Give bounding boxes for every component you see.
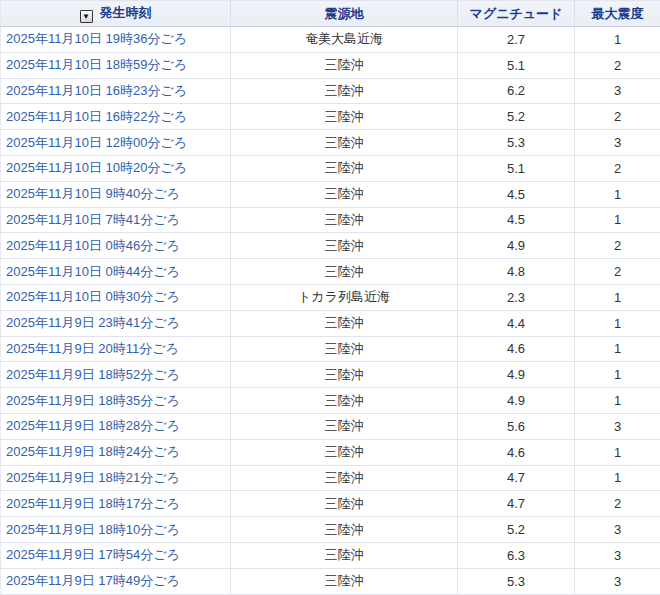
magnitude-cell: 4.8 xyxy=(458,259,575,285)
table-row: 2025年11月10日 18時59分ごろ 三陸沖 5.1 2 xyxy=(1,52,660,78)
table-row: 2025年11月9日 23時41分ごろ 三陸沖 4.4 1 xyxy=(1,310,660,336)
table-row: 2025年11月9日 18時17分ごろ 三陸沖 4.7 2 xyxy=(1,491,660,517)
epicenter-cell: 奄美大島近海 xyxy=(231,27,458,53)
intensity-cell: 2 xyxy=(575,233,660,259)
intensity-cell: 3 xyxy=(575,413,660,439)
magnitude-cell: 4.9 xyxy=(458,362,575,388)
epicenter-cell: 三陸沖 xyxy=(231,233,458,259)
epicenter-cell: 三陸沖 xyxy=(231,130,458,156)
time-link[interactable]: 2025年11月10日 0時44分ごろ xyxy=(6,264,180,279)
epicenter-cell: 三陸沖 xyxy=(231,362,458,388)
magnitude-cell: 4.6 xyxy=(458,336,575,362)
time-cell: 2025年11月9日 18時35分ごろ xyxy=(1,388,231,414)
time-link[interactable]: 2025年11月9日 17時49分ごろ xyxy=(6,573,180,588)
table-row: 2025年11月10日 10時20分ごろ 三陸沖 5.1 2 xyxy=(1,155,660,181)
time-link[interactable]: 2025年11月10日 18時59分ごろ xyxy=(6,57,187,72)
intensity-cell: 1 xyxy=(575,439,660,465)
table-row: 2025年11月9日 18時52分ごろ 三陸沖 4.9 1 xyxy=(1,362,660,388)
table-body: 2025年11月10日 19時36分ごろ 奄美大島近海 2.7 1 2025年1… xyxy=(1,27,660,595)
intensity-cell: 3 xyxy=(575,542,660,568)
epicenter-cell: 三陸沖 xyxy=(231,388,458,414)
time-link[interactable]: 2025年11月10日 0時30分ごろ xyxy=(6,289,180,304)
magnitude-cell: 4.7 xyxy=(458,491,575,517)
time-link[interactable]: 2025年11月9日 18時52分ごろ xyxy=(6,367,180,382)
time-cell: 2025年11月10日 19時36分ごろ xyxy=(1,27,231,53)
epicenter-cell: 三陸沖 xyxy=(231,439,458,465)
time-cell: 2025年11月10日 7時41分ごろ xyxy=(1,207,231,233)
time-link[interactable]: 2025年11月9日 18時21分ごろ xyxy=(6,470,180,485)
table-row: 2025年11月10日 9時40分ごろ 三陸沖 4.5 1 xyxy=(1,181,660,207)
table-row: 2025年11月9日 18時35分ごろ 三陸沖 4.9 1 xyxy=(1,388,660,414)
time-link[interactable]: 2025年11月9日 23時41分ごろ xyxy=(6,315,180,330)
table-row: 2025年11月9日 18時21分ごろ 三陸沖 4.7 1 xyxy=(1,465,660,491)
magnitude-cell: 2.3 xyxy=(458,284,575,310)
magnitude-cell: 4.4 xyxy=(458,310,575,336)
time-link[interactable]: 2025年11月10日 9時40分ごろ xyxy=(6,186,180,201)
time-link[interactable]: 2025年11月9日 18時10分ごろ xyxy=(6,522,180,537)
table-row: 2025年11月9日 18時28分ごろ 三陸沖 5.6 3 xyxy=(1,413,660,439)
epicenter-cell: トカラ列島近海 xyxy=(231,284,458,310)
epicenter-cell: 三陸沖 xyxy=(231,104,458,130)
time-link[interactable]: 2025年11月9日 20時11分ごろ xyxy=(6,341,179,356)
table-row: 2025年11月9日 18時10分ごろ 三陸沖 5.2 3 xyxy=(1,517,660,543)
epicenter-cell: 三陸沖 xyxy=(231,181,458,207)
epicenter-cell: 三陸沖 xyxy=(231,155,458,181)
col-header-time: ▼発生時刻 xyxy=(1,1,231,27)
intensity-cell: 1 xyxy=(575,181,660,207)
magnitude-cell: 5.2 xyxy=(458,104,575,130)
magnitude-cell: 5.6 xyxy=(458,413,575,439)
time-link[interactable]: 2025年11月10日 16時22分ごろ xyxy=(6,109,187,124)
epicenter-cell: 三陸沖 xyxy=(231,542,458,568)
intensity-cell: 3 xyxy=(575,78,660,104)
epicenter-cell: 三陸沖 xyxy=(231,465,458,491)
table-row: 2025年11月9日 20時11分ごろ 三陸沖 4.6 1 xyxy=(1,336,660,362)
col-header-time-label: 発生時刻 xyxy=(100,5,152,20)
time-cell: 2025年11月10日 12時00分ごろ xyxy=(1,130,231,156)
table-row: 2025年11月10日 16時23分ごろ 三陸沖 6.2 3 xyxy=(1,78,660,104)
epicenter-cell: 三陸沖 xyxy=(231,491,458,517)
table-row: 2025年11月10日 0時30分ごろ トカラ列島近海 2.3 1 xyxy=(1,284,660,310)
time-link[interactable]: 2025年11月9日 18時35分ごろ xyxy=(6,393,180,408)
epicenter-cell: 三陸沖 xyxy=(231,259,458,285)
epicenter-cell: 三陸沖 xyxy=(231,78,458,104)
intensity-cell: 1 xyxy=(575,27,660,53)
table-row: 2025年11月9日 17時49分ごろ 三陸沖 5.3 3 xyxy=(1,568,660,594)
time-link[interactable]: 2025年11月9日 17時54分ごろ xyxy=(6,547,180,562)
time-cell: 2025年11月10日 16時23分ごろ xyxy=(1,78,231,104)
table-row: 2025年11月9日 17時54分ごろ 三陸沖 6.3 3 xyxy=(1,542,660,568)
time-cell: 2025年11月9日 18時17分ごろ xyxy=(1,491,231,517)
time-link[interactable]: 2025年11月10日 0時46分ごろ xyxy=(6,238,180,253)
time-cell: 2025年11月10日 9時40分ごろ xyxy=(1,181,231,207)
time-cell: 2025年11月9日 23時41分ごろ xyxy=(1,310,231,336)
time-link[interactable]: 2025年11月10日 7時41分ごろ xyxy=(6,212,180,227)
intensity-cell: 1 xyxy=(575,388,660,414)
magnitude-cell: 6.2 xyxy=(458,78,575,104)
intensity-cell: 3 xyxy=(575,130,660,156)
epicenter-cell: 三陸沖 xyxy=(231,207,458,233)
intensity-cell: 2 xyxy=(575,259,660,285)
time-link[interactable]: 2025年11月10日 12時00分ごろ xyxy=(6,135,187,150)
time-link[interactable]: 2025年11月10日 10時20分ごろ xyxy=(6,160,187,175)
time-link[interactable]: 2025年11月9日 18時24分ごろ xyxy=(6,444,180,459)
table-row: 2025年11月10日 12時00分ごろ 三陸沖 5.3 3 xyxy=(1,130,660,156)
table-row: 2025年11月10日 7時41分ごろ 三陸沖 4.5 1 xyxy=(1,207,660,233)
intensity-cell: 2 xyxy=(575,491,660,517)
epicenter-cell: 三陸沖 xyxy=(231,310,458,336)
epicenter-cell: 三陸沖 xyxy=(231,568,458,594)
time-link[interactable]: 2025年11月10日 19時36分ごろ xyxy=(6,31,187,46)
time-cell: 2025年11月9日 18時10分ごろ xyxy=(1,517,231,543)
sort-descending-icon[interactable]: ▼ xyxy=(80,10,93,23)
magnitude-cell: 4.5 xyxy=(458,207,575,233)
time-link[interactable]: 2025年11月9日 18時28分ごろ xyxy=(6,418,180,433)
time-link[interactable]: 2025年11月9日 18時17分ごろ xyxy=(6,496,180,511)
magnitude-cell: 5.1 xyxy=(458,155,575,181)
table-row: 2025年11月9日 18時24分ごろ 三陸沖 4.6 1 xyxy=(1,439,660,465)
magnitude-cell: 5.1 xyxy=(458,52,575,78)
intensity-cell: 1 xyxy=(575,284,660,310)
time-cell: 2025年11月9日 18時24分ごろ xyxy=(1,439,231,465)
epicenter-cell: 三陸沖 xyxy=(231,413,458,439)
intensity-cell: 1 xyxy=(575,310,660,336)
time-cell: 2025年11月9日 18時52分ごろ xyxy=(1,362,231,388)
table-row: 2025年11月10日 16時22分ごろ 三陸沖 5.2 2 xyxy=(1,104,660,130)
time-link[interactable]: 2025年11月10日 16時23分ごろ xyxy=(6,83,187,98)
